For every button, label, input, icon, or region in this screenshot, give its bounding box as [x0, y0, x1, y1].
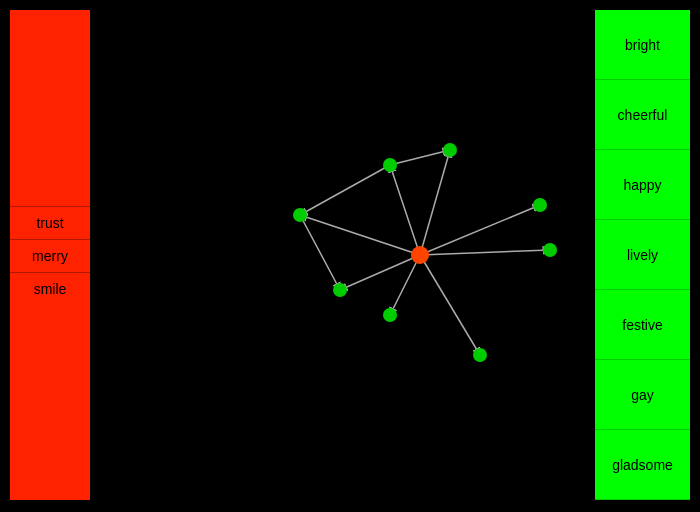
graph-edge: [420, 250, 550, 255]
graph-node-n5[interactable]: [383, 308, 397, 322]
graph-node-n8[interactable]: [473, 348, 487, 362]
graph-edge: [390, 150, 450, 165]
left-item-merry[interactable]: merry: [10, 239, 90, 272]
graph-edge: [340, 255, 420, 290]
graph-node-n4[interactable]: [333, 283, 347, 297]
graph-node-n6[interactable]: [543, 243, 557, 257]
left-panel: trust merry smile: [10, 10, 90, 500]
graph-node-n1[interactable]: [383, 158, 397, 172]
graph-edge: [420, 205, 540, 255]
graph-node-n2[interactable]: [443, 143, 457, 157]
graph-edge: [420, 255, 480, 355]
graph-edge: [390, 165, 420, 255]
left-item-smile[interactable]: smile: [10, 272, 90, 305]
left-item-trust[interactable]: trust: [10, 206, 90, 239]
graph-node-n3[interactable]: [293, 208, 307, 222]
graph-area: [100, 10, 680, 500]
graph-svg: [100, 10, 680, 500]
graph-center-node[interactable]: [411, 246, 429, 264]
graph-node-n7[interactable]: [533, 198, 547, 212]
graph-edge: [390, 255, 420, 315]
graph-edge: [300, 165, 390, 215]
graph-edge: [420, 150, 450, 255]
